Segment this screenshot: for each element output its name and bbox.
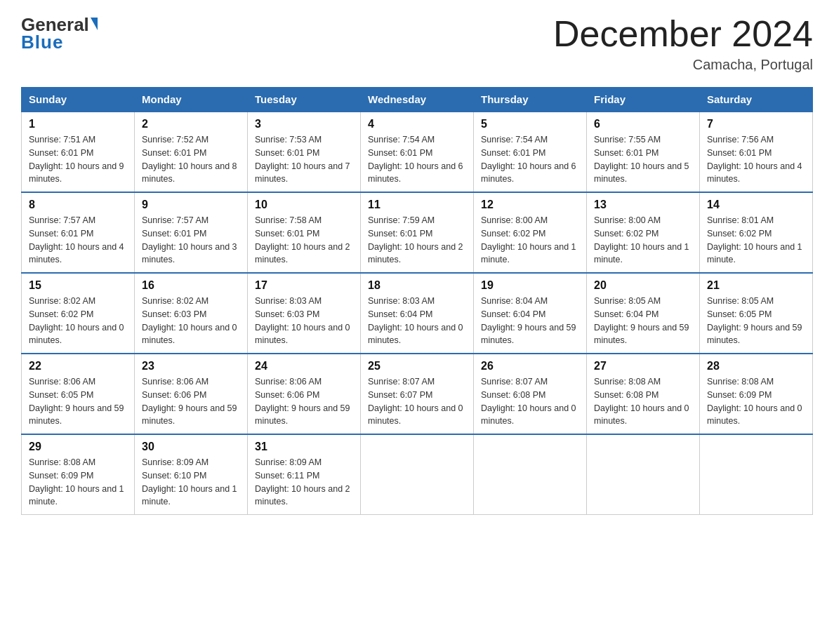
- day-number: 10: [255, 199, 353, 211]
- logo-blue-text: Blue: [21, 32, 63, 53]
- calendar-cell: 6Sunrise: 7:55 AMSunset: 6:01 PMDaylight…: [587, 112, 700, 192]
- calendar-week-row: 8Sunrise: 7:57 AMSunset: 6:01 PMDaylight…: [22, 192, 813, 273]
- day-info: Sunrise: 7:51 AMSunset: 6:01 PMDaylight:…: [29, 133, 127, 186]
- day-info: Sunrise: 8:09 AMSunset: 6:10 PMDaylight:…: [142, 456, 240, 509]
- day-info: Sunrise: 8:03 AMSunset: 6:03 PMDaylight:…: [255, 295, 353, 347]
- day-number: 22: [29, 360, 127, 373]
- day-info: Sunrise: 8:00 AMSunset: 6:02 PMDaylight:…: [594, 214, 692, 267]
- day-number: 18: [368, 279, 466, 292]
- header-saturday: Saturday: [700, 88, 813, 112]
- calendar-cell: 10Sunrise: 7:58 AMSunset: 6:01 PMDayligh…: [248, 192, 361, 273]
- calendar-cell: 9Sunrise: 7:57 AMSunset: 6:01 PMDaylight…: [135, 192, 248, 273]
- day-number: 12: [481, 199, 579, 211]
- calendar-week-row: 15Sunrise: 8:02 AMSunset: 6:02 PMDayligh…: [22, 273, 813, 354]
- day-info: Sunrise: 7:57 AMSunset: 6:01 PMDaylight:…: [142, 214, 240, 267]
- calendar-cell: 15Sunrise: 8:02 AMSunset: 6:02 PMDayligh…: [22, 273, 135, 354]
- day-info: Sunrise: 7:57 AMSunset: 6:01 PMDaylight:…: [29, 214, 127, 267]
- header-tuesday: Tuesday: [248, 88, 361, 112]
- day-info: Sunrise: 7:55 AMSunset: 6:01 PMDaylight:…: [594, 133, 692, 186]
- day-number: 4: [368, 118, 466, 130]
- header-sunday: Sunday: [22, 88, 135, 112]
- day-info: Sunrise: 8:07 AMSunset: 6:08 PMDaylight:…: [481, 375, 579, 428]
- calendar-cell: 26Sunrise: 8:07 AMSunset: 6:08 PMDayligh…: [474, 354, 587, 434]
- calendar-cell: 31Sunrise: 8:09 AMSunset: 6:11 PMDayligh…: [248, 434, 361, 515]
- day-info: Sunrise: 7:52 AMSunset: 6:01 PMDaylight:…: [142, 133, 240, 186]
- day-info: Sunrise: 8:05 AMSunset: 6:04 PMDaylight:…: [594, 295, 692, 347]
- day-number: 2: [142, 118, 240, 130]
- day-number: 5: [481, 118, 579, 130]
- day-info: Sunrise: 7:53 AMSunset: 6:01 PMDaylight:…: [255, 133, 353, 186]
- day-number: 23: [142, 360, 240, 373]
- day-number: 13: [594, 199, 692, 211]
- calendar-cell: 24Sunrise: 8:06 AMSunset: 6:06 PMDayligh…: [248, 354, 361, 434]
- day-info: Sunrise: 8:06 AMSunset: 6:06 PMDaylight:…: [255, 375, 353, 428]
- calendar-week-row: 29Sunrise: 8:08 AMSunset: 6:09 PMDayligh…: [22, 434, 813, 515]
- day-number: 19: [481, 279, 579, 292]
- calendar-cell: 12Sunrise: 8:00 AMSunset: 6:02 PMDayligh…: [474, 192, 587, 273]
- day-info: Sunrise: 8:02 AMSunset: 6:02 PMDaylight:…: [29, 295, 127, 347]
- day-number: 26: [481, 360, 579, 373]
- header-thursday: Thursday: [474, 88, 587, 112]
- day-number: 17: [255, 279, 353, 292]
- calendar-cell: 11Sunrise: 7:59 AMSunset: 6:01 PMDayligh…: [361, 192, 474, 273]
- page-header: General Blue December 2024 Camacha, Port…: [21, 14, 813, 73]
- calendar-cell: 3Sunrise: 7:53 AMSunset: 6:01 PMDaylight…: [248, 112, 361, 192]
- calendar-cell: 2Sunrise: 7:52 AMSunset: 6:01 PMDaylight…: [135, 112, 248, 192]
- day-number: 31: [255, 441, 353, 453]
- day-number: 27: [594, 360, 692, 373]
- day-info: Sunrise: 8:01 AMSunset: 6:02 PMDaylight:…: [707, 214, 805, 267]
- calendar-week-row: 1Sunrise: 7:51 AMSunset: 6:01 PMDaylight…: [22, 112, 813, 192]
- day-info: Sunrise: 8:06 AMSunset: 6:05 PMDaylight:…: [29, 375, 127, 428]
- calendar-cell: 14Sunrise: 8:01 AMSunset: 6:02 PMDayligh…: [700, 192, 813, 273]
- calendar-table: SundayMondayTuesdayWednesdayThursdayFrid…: [21, 87, 813, 515]
- day-number: 24: [255, 360, 353, 373]
- calendar-week-row: 22Sunrise: 8:06 AMSunset: 6:05 PMDayligh…: [22, 354, 813, 434]
- day-number: 14: [707, 199, 805, 211]
- day-number: 30: [142, 441, 240, 453]
- calendar-cell: 21Sunrise: 8:05 AMSunset: 6:05 PMDayligh…: [700, 273, 813, 354]
- day-number: 1: [29, 118, 127, 130]
- calendar-cell: 17Sunrise: 8:03 AMSunset: 6:03 PMDayligh…: [248, 273, 361, 354]
- day-number: 21: [707, 279, 805, 292]
- calendar-cell: 25Sunrise: 8:07 AMSunset: 6:07 PMDayligh…: [361, 354, 474, 434]
- title-block: December 2024 Camacha, Portugal: [553, 14, 813, 73]
- day-info: Sunrise: 8:06 AMSunset: 6:06 PMDaylight:…: [142, 375, 240, 428]
- day-info: Sunrise: 8:08 AMSunset: 6:09 PMDaylight:…: [707, 375, 805, 428]
- calendar-cell: 27Sunrise: 8:08 AMSunset: 6:08 PMDayligh…: [587, 354, 700, 434]
- calendar-cell: 18Sunrise: 8:03 AMSunset: 6:04 PMDayligh…: [361, 273, 474, 354]
- calendar-cell: 1Sunrise: 7:51 AMSunset: 6:01 PMDaylight…: [22, 112, 135, 192]
- calendar-title: December 2024: [553, 14, 813, 54]
- day-info: Sunrise: 8:03 AMSunset: 6:04 PMDaylight:…: [368, 295, 466, 347]
- day-number: 7: [707, 118, 805, 130]
- day-number: 16: [142, 279, 240, 292]
- header-monday: Monday: [135, 88, 248, 112]
- calendar-body: 1Sunrise: 7:51 AMSunset: 6:01 PMDaylight…: [22, 112, 813, 515]
- logo-triangle-icon: [91, 18, 98, 30]
- calendar-cell: [361, 434, 474, 515]
- calendar-cell: 8Sunrise: 7:57 AMSunset: 6:01 PMDaylight…: [22, 192, 135, 273]
- calendar-cell: 20Sunrise: 8:05 AMSunset: 6:04 PMDayligh…: [587, 273, 700, 354]
- calendar-cell: 13Sunrise: 8:00 AMSunset: 6:02 PMDayligh…: [587, 192, 700, 273]
- day-info: Sunrise: 8:02 AMSunset: 6:03 PMDaylight:…: [142, 295, 240, 347]
- calendar-cell: [474, 434, 587, 515]
- calendar-cell: 22Sunrise: 8:06 AMSunset: 6:05 PMDayligh…: [22, 354, 135, 434]
- header-friday: Friday: [587, 88, 700, 112]
- day-info: Sunrise: 8:09 AMSunset: 6:11 PMDaylight:…: [255, 456, 353, 509]
- calendar-subtitle: Camacha, Portugal: [553, 57, 813, 73]
- day-info: Sunrise: 7:56 AMSunset: 6:01 PMDaylight:…: [707, 133, 805, 186]
- calendar-cell: 30Sunrise: 8:09 AMSunset: 6:10 PMDayligh…: [135, 434, 248, 515]
- calendar-cell: 19Sunrise: 8:04 AMSunset: 6:04 PMDayligh…: [474, 273, 587, 354]
- calendar-cell: [700, 434, 813, 515]
- day-number: 25: [368, 360, 466, 373]
- day-info: Sunrise: 8:08 AMSunset: 6:09 PMDaylight:…: [29, 456, 127, 509]
- day-number: 6: [594, 118, 692, 130]
- day-info: Sunrise: 8:08 AMSunset: 6:08 PMDaylight:…: [594, 375, 692, 428]
- day-number: 28: [707, 360, 805, 373]
- header-row: SundayMondayTuesdayWednesdayThursdayFrid…: [22, 88, 813, 112]
- calendar-cell: [587, 434, 700, 515]
- day-info: Sunrise: 7:54 AMSunset: 6:01 PMDaylight:…: [481, 133, 579, 186]
- day-info: Sunrise: 8:00 AMSunset: 6:02 PMDaylight:…: [481, 214, 579, 267]
- header-wednesday: Wednesday: [361, 88, 474, 112]
- day-number: 3: [255, 118, 353, 130]
- logo: General Blue: [21, 14, 98, 53]
